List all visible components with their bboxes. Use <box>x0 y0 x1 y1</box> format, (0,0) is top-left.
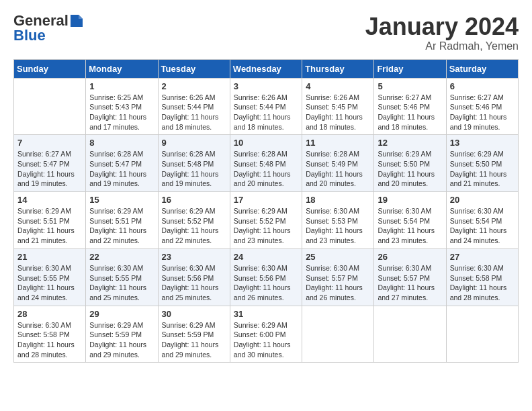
day-info: Sunrise: 6:28 AM Sunset: 5:48 PM Dayligh… <box>234 149 298 189</box>
calendar-cell: 12Sunrise: 6:29 AM Sunset: 5:50 PM Dayli… <box>374 135 446 192</box>
day-info: Sunrise: 6:30 AM Sunset: 5:56 PM Dayligh… <box>234 263 298 303</box>
day-info: Sunrise: 6:30 AM Sunset: 5:54 PM Dayligh… <box>450 206 515 246</box>
calendar-cell: 2Sunrise: 6:26 AM Sunset: 5:44 PM Daylig… <box>158 78 230 135</box>
day-number: 27 <box>450 252 515 262</box>
calendar-cell: 21Sunrise: 6:30 AM Sunset: 5:55 PM Dayli… <box>14 248 86 306</box>
calendar-cell: 20Sunrise: 6:30 AM Sunset: 5:54 PM Dayli… <box>446 192 518 249</box>
day-number: 30 <box>162 309 226 319</box>
calendar-cell <box>446 306 518 363</box>
calendar-cell: 29Sunrise: 6:29 AM Sunset: 5:59 PM Dayli… <box>86 306 158 363</box>
col-header-sunday: Sunday <box>14 59 86 78</box>
calendar-cell: 17Sunrise: 6:29 AM Sunset: 5:52 PM Dayli… <box>230 192 302 249</box>
day-number: 5 <box>378 81 442 91</box>
day-info: Sunrise: 6:30 AM Sunset: 5:54 PM Dayligh… <box>378 206 442 246</box>
location-subtitle: Ar Radmah, Yemen <box>365 40 519 52</box>
day-number: 19 <box>378 195 442 205</box>
day-info: Sunrise: 6:26 AM Sunset: 5:44 PM Dayligh… <box>234 93 298 132</box>
title-section: January 2024 Ar Radmah, Yemen <box>365 13 519 52</box>
day-info: Sunrise: 6:29 AM Sunset: 5:50 PM Dayligh… <box>450 149 515 189</box>
day-info: Sunrise: 6:27 AM Sunset: 5:46 PM Dayligh… <box>450 93 515 132</box>
logo-blue-text: Blue <box>13 28 46 43</box>
calendar-cell: 4Sunrise: 6:26 AM Sunset: 5:45 PM Daylig… <box>302 78 374 135</box>
day-number: 1 <box>89 81 154 91</box>
day-number: 24 <box>234 252 298 262</box>
col-header-monday: Monday <box>86 59 158 78</box>
day-number: 15 <box>89 195 154 205</box>
col-header-thursday: Thursday <box>302 59 374 78</box>
day-number: 3 <box>234 81 298 91</box>
day-number: 4 <box>306 81 370 91</box>
calendar-cell: 24Sunrise: 6:30 AM Sunset: 5:56 PM Dayli… <box>230 248 302 306</box>
day-info: Sunrise: 6:27 AM Sunset: 5:47 PM Dayligh… <box>17 149 82 189</box>
day-info: Sunrise: 6:30 AM Sunset: 5:58 PM Dayligh… <box>450 263 515 303</box>
day-info: Sunrise: 6:30 AM Sunset: 5:55 PM Dayligh… <box>17 263 82 303</box>
day-info: Sunrise: 6:30 AM Sunset: 5:57 PM Dayligh… <box>306 263 370 303</box>
day-number: 26 <box>378 252 442 262</box>
calendar-header-row: SundayMondayTuesdayWednesdayThursdayFrid… <box>14 59 519 78</box>
day-number: 23 <box>162 252 226 262</box>
calendar-cell: 6Sunrise: 6:27 AM Sunset: 5:46 PM Daylig… <box>446 78 518 135</box>
calendar-cell: 11Sunrise: 6:28 AM Sunset: 5:49 PM Dayli… <box>302 135 374 192</box>
calendar-cell: 9Sunrise: 6:28 AM Sunset: 5:48 PM Daylig… <box>158 135 230 192</box>
day-info: Sunrise: 6:29 AM Sunset: 5:51 PM Dayligh… <box>17 206 82 246</box>
day-number: 18 <box>306 195 370 205</box>
calendar-cell: 25Sunrise: 6:30 AM Sunset: 5:57 PM Dayli… <box>302 248 374 306</box>
day-info: Sunrise: 6:26 AM Sunset: 5:45 PM Dayligh… <box>306 93 370 132</box>
calendar-cell: 16Sunrise: 6:29 AM Sunset: 5:52 PM Dayli… <box>158 192 230 249</box>
day-info: Sunrise: 6:28 AM Sunset: 5:48 PM Dayligh… <box>162 149 226 189</box>
day-number: 22 <box>89 252 154 262</box>
calendar-cell: 28Sunrise: 6:30 AM Sunset: 5:58 PM Dayli… <box>14 306 86 363</box>
calendar-cell: 27Sunrise: 6:30 AM Sunset: 5:58 PM Dayli… <box>446 248 518 306</box>
col-header-saturday: Saturday <box>446 59 518 78</box>
calendar-cell <box>302 306 374 363</box>
calendar-cell: 22Sunrise: 6:30 AM Sunset: 5:55 PM Dayli… <box>86 248 158 306</box>
day-info: Sunrise: 6:29 AM Sunset: 5:52 PM Dayligh… <box>234 206 298 246</box>
calendar-cell: 10Sunrise: 6:28 AM Sunset: 5:48 PM Dayli… <box>230 135 302 192</box>
day-number: 7 <box>17 138 82 148</box>
day-number: 6 <box>450 81 515 91</box>
calendar-cell: 30Sunrise: 6:29 AM Sunset: 5:59 PM Dayli… <box>158 306 230 363</box>
calendar-cell: 18Sunrise: 6:30 AM Sunset: 5:53 PM Dayli… <box>302 192 374 249</box>
day-number: 8 <box>89 138 154 148</box>
calendar-cell <box>14 78 86 135</box>
logo-general-text: General <box>13 13 69 28</box>
day-number: 11 <box>306 138 370 148</box>
day-number: 10 <box>234 138 298 148</box>
calendar-week-row: 7Sunrise: 6:27 AM Sunset: 5:47 PM Daylig… <box>14 135 519 192</box>
calendar-cell: 23Sunrise: 6:30 AM Sunset: 5:56 PM Dayli… <box>158 248 230 306</box>
day-info: Sunrise: 6:29 AM Sunset: 5:52 PM Dayligh… <box>162 206 226 246</box>
calendar-cell: 8Sunrise: 6:28 AM Sunset: 5:47 PM Daylig… <box>86 135 158 192</box>
calendar-week-row: 14Sunrise: 6:29 AM Sunset: 5:51 PM Dayli… <box>14 192 519 249</box>
day-info: Sunrise: 6:28 AM Sunset: 5:47 PM Dayligh… <box>89 149 154 189</box>
calendar-cell <box>374 306 446 363</box>
calendar-cell: 26Sunrise: 6:30 AM Sunset: 5:57 PM Dayli… <box>374 248 446 306</box>
day-info: Sunrise: 6:26 AM Sunset: 5:44 PM Dayligh… <box>162 93 226 132</box>
day-info: Sunrise: 6:30 AM Sunset: 5:56 PM Dayligh… <box>162 263 226 303</box>
calendar-week-row: 28Sunrise: 6:30 AM Sunset: 5:58 PM Dayli… <box>14 306 519 363</box>
day-info: Sunrise: 6:30 AM Sunset: 5:57 PM Dayligh… <box>378 263 442 303</box>
col-header-friday: Friday <box>374 59 446 78</box>
day-info: Sunrise: 6:29 AM Sunset: 5:51 PM Dayligh… <box>89 206 154 246</box>
page-header: General Blue January 2024 Ar Radmah, Yem… <box>13 13 519 52</box>
svg-marker-1 <box>79 15 83 19</box>
calendar-week-row: 1Sunrise: 6:25 AM Sunset: 5:43 PM Daylig… <box>14 78 519 135</box>
day-info: Sunrise: 6:30 AM Sunset: 5:55 PM Dayligh… <box>89 263 154 303</box>
col-header-wednesday: Wednesday <box>230 59 302 78</box>
day-info: Sunrise: 6:28 AM Sunset: 5:49 PM Dayligh… <box>306 149 370 189</box>
day-info: Sunrise: 6:29 AM Sunset: 5:59 PM Dayligh… <box>89 320 154 360</box>
day-info: Sunrise: 6:27 AM Sunset: 5:46 PM Dayligh… <box>378 93 442 132</box>
day-info: Sunrise: 6:25 AM Sunset: 5:43 PM Dayligh… <box>89 93 154 132</box>
day-number: 12 <box>378 138 442 148</box>
day-info: Sunrise: 6:30 AM Sunset: 5:53 PM Dayligh… <box>306 206 370 246</box>
calendar-cell: 7Sunrise: 6:27 AM Sunset: 5:47 PM Daylig… <box>14 135 86 192</box>
day-number: 13 <box>450 138 515 148</box>
calendar-week-row: 21Sunrise: 6:30 AM Sunset: 5:55 PM Dayli… <box>14 248 519 306</box>
day-number: 17 <box>234 195 298 205</box>
calendar-cell: 1Sunrise: 6:25 AM Sunset: 5:43 PM Daylig… <box>86 78 158 135</box>
calendar-cell: 3Sunrise: 6:26 AM Sunset: 5:44 PM Daylig… <box>230 78 302 135</box>
day-number: 21 <box>17 252 82 262</box>
day-number: 16 <box>162 195 226 205</box>
day-number: 25 <box>306 252 370 262</box>
day-number: 2 <box>162 81 226 91</box>
logo: General Blue <box>13 13 84 43</box>
